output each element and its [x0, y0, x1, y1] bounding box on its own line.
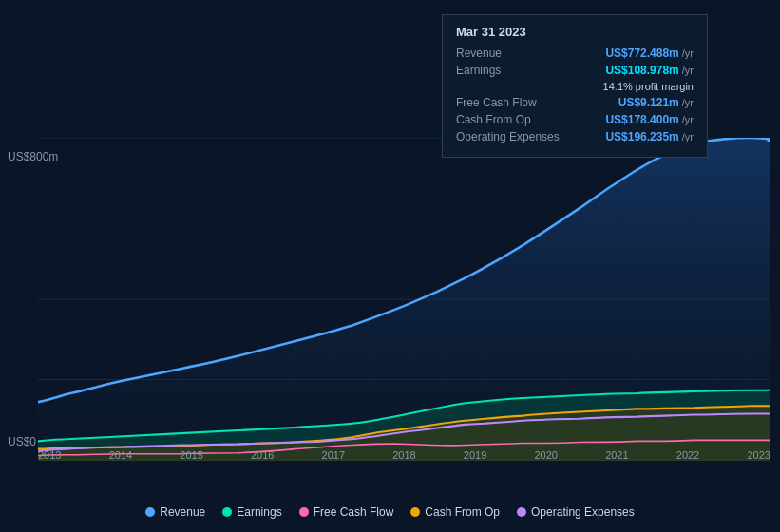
x-label-2013: 2013: [38, 449, 61, 461]
x-label-2023: 2023: [747, 449, 770, 461]
legend-item-cashfromop[interactable]: Cash From Op: [410, 505, 500, 519]
legend: Revenue Earnings Free Cash Flow Cash Fro…: [0, 505, 780, 519]
x-label-2021: 2021: [605, 449, 628, 461]
tooltip-unit-earnings: /yr: [682, 65, 694, 76]
chart-svg: [38, 138, 770, 461]
tooltip-label-cashfromop: Cash From Op: [456, 113, 561, 126]
legend-label-revenue: Revenue: [160, 505, 205, 519]
legend-label-cashfromop: Cash From Op: [425, 505, 500, 519]
x-label-2015: 2015: [180, 449, 202, 461]
tooltip-row-earnings-sub: 14.1% profit margin: [456, 81, 694, 92]
legend-item-opex[interactable]: Operating Expenses: [517, 505, 635, 519]
tooltip-label-opex: Operating Expenses: [456, 130, 561, 143]
legend-label-opex: Operating Expenses: [531, 505, 635, 519]
legend-label-earnings: Earnings: [237, 505, 281, 519]
tooltip-label-fcf: Free Cash Flow: [456, 96, 561, 109]
tooltip-unit-cashfromop: /yr: [682, 114, 694, 125]
x-label-2017: 2017: [322, 449, 345, 461]
chart-area: [38, 138, 770, 461]
tooltip-value-fcf: US$9.121m: [618, 96, 679, 109]
tooltip-value-cashfromop: US$178.400m: [605, 113, 678, 126]
tooltip-unit-opex: /yr: [682, 131, 694, 142]
chart-container: Mar 31 2023 Revenue US$772.488m /yr Earn…: [0, 0, 780, 532]
x-label-2014: 2014: [109, 449, 132, 461]
legend-dot-revenue: [145, 507, 155, 517]
legend-dot-fcf: [299, 507, 309, 517]
legend-dot-earnings: [222, 507, 232, 517]
x-label-2018: 2018: [392, 449, 415, 461]
x-label-2019: 2019: [464, 449, 486, 461]
tooltip-unit-fcf: /yr: [682, 97, 694, 108]
x-axis: 2013 2014 2015 2016 2017 2018 2019 2020 …: [38, 449, 770, 461]
tooltip-value-revenue: US$772.488m: [605, 47, 678, 60]
legend-item-revenue[interactable]: Revenue: [145, 505, 205, 519]
tooltip-unit-revenue: /yr: [682, 48, 694, 59]
tooltip-row-earnings: Earnings US$108.978m /yr: [456, 64, 694, 77]
legend-item-fcf[interactable]: Free Cash Flow: [299, 505, 394, 519]
x-label-2016: 2016: [251, 449, 274, 461]
legend-dot-cashfromop: [410, 507, 420, 517]
tooltip-label-revenue: Revenue: [456, 47, 561, 60]
legend-label-fcf: Free Cash Flow: [314, 505, 394, 519]
tooltip-row-cashfromop: Cash From Op US$178.400m /yr: [456, 113, 694, 126]
y-axis-bottom-label: US$0: [8, 435, 36, 448]
tooltip-sub-margin: 14.1% profit margin: [603, 81, 694, 92]
x-label-2020: 2020: [534, 449, 557, 461]
tooltip-label-earnings: Earnings: [456, 64, 561, 77]
tooltip-value-opex: US$196.235m: [605, 130, 678, 143]
legend-item-earnings[interactable]: Earnings: [222, 505, 281, 519]
tooltip-row-fcf: Free Cash Flow US$9.121m /yr: [456, 96, 694, 109]
x-label-2022: 2022: [676, 449, 699, 461]
tooltip-date: Mar 31 2023: [456, 25, 694, 39]
tooltip: Mar 31 2023 Revenue US$772.488m /yr Earn…: [442, 14, 708, 158]
tooltip-row-opex: Operating Expenses US$196.235m /yr: [456, 130, 694, 143]
tooltip-value-earnings: US$108.978m: [605, 64, 678, 77]
tooltip-row-revenue: Revenue US$772.488m /yr: [456, 47, 694, 60]
legend-dot-opex: [517, 507, 526, 517]
